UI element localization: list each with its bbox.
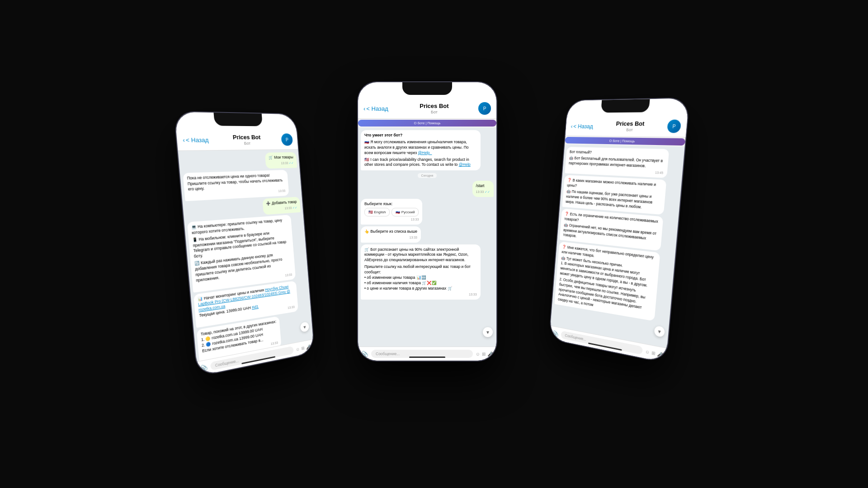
help-tag-center[interactable]: О боте | Помощь (358, 120, 496, 127)
attachment-icon-right[interactable]: 📎 (553, 330, 559, 337)
center-chat: Что умеет этот бот? 🇷🇺 Я могу отслеживат… (358, 127, 496, 352)
list-item: ❓ Мне кажется, что бот неправильно опред… (554, 242, 660, 321)
notch-center (402, 82, 452, 95)
list-item: ❓ В каких магазинах можно отслеживать на… (562, 175, 666, 215)
back-label-center: < Назад (366, 105, 388, 112)
russian-button[interactable]: 🇷🇺 Русский (392, 208, 419, 216)
mic-icon-left[interactable]: 🎤 (306, 344, 311, 350)
list-item: /start 13:33 (472, 181, 494, 197)
list-item: Что умеет этот бот? 🇷🇺 Я могу отслеживат… (361, 130, 481, 170)
scroll-down-btn-center[interactable]: ▼ (483, 327, 493, 337)
center-title: Prices Bot (392, 103, 476, 110)
center-input-bar: 📎 Сообщение... ☺ ⊞ 🎤 (358, 347, 496, 361)
list-item: ➕ Добавить товар 13:33 (263, 197, 301, 215)
phone-right: ‹ < Назад Prices Bot Бот P О боте | Помо… (548, 97, 690, 363)
phones-scene: ‹ < Назад Prices Bot Бот P 🛒 Мои товары … (163, 41, 705, 447)
left-chat: 🛒 Мои товары 13:33 Пока не отслеживается… (178, 150, 314, 367)
phone-left: ‹ < Назад Prices Bot Бот P 🛒 Мои товары … (174, 111, 315, 377)
grid-icon-center[interactable]: ⊞ (482, 352, 486, 357)
back-label-left: < Назад (185, 136, 209, 144)
left-header-info: Prices Bot Бот (212, 134, 280, 146)
list-item: Выберите язык: 🇺🇸 English 🇷🇺 Русский 13:… (361, 199, 422, 225)
notch-left (213, 113, 263, 126)
mic-icon-center[interactable]: 🎤 (487, 352, 493, 357)
list-item: 💻 На компьютере: пришлите ссылку на това… (187, 215, 296, 292)
back-button-center[interactable]: ‹ < Назад (363, 105, 388, 112)
right-header-info: Prices Bot Бот (596, 120, 666, 132)
left-subtitle: Бот (212, 141, 280, 146)
back-button-left[interactable]: ‹ < Назад (183, 136, 209, 144)
list-item: 🛒 Мои товары 13:33 (265, 152, 297, 169)
back-button-right[interactable]: ‹ < Назад (571, 123, 593, 130)
right-avatar: P (667, 120, 681, 133)
notch-right (601, 99, 650, 113)
back-label-right: < Назад (573, 123, 594, 130)
left-title: Prices Bot (212, 134, 280, 141)
sticker-icon-left[interactable]: ☺ (296, 346, 300, 352)
attachment-icon-left[interactable]: 📎 (201, 364, 208, 371)
language-buttons: 🇺🇸 English 🇷🇺 Русский (364, 208, 419, 216)
right-subtitle: Бот (596, 127, 665, 132)
list-item: 👆 Выберите из списка выше 13:33 (361, 226, 421, 243)
date-separator-center: Сегодня (418, 173, 437, 178)
grid-icon-right[interactable]: ⊞ (651, 350, 656, 356)
center-avatar: P (478, 102, 491, 115)
grid-icon-left[interactable]: ⊞ (301, 345, 305, 351)
list-item: 🛒 Бот распознает цены на 90% сайтах элек… (361, 244, 481, 300)
center-subtitle: Бот (392, 110, 476, 114)
sticker-icon-center[interactable]: ☺ (476, 352, 480, 357)
list-item: Пока не отслеживается цена ни одного тов… (183, 170, 289, 202)
list-item: Бот платный? 🤖 Бот бесплатный для пользо… (565, 147, 669, 178)
sticker-icon-right[interactable]: ☺ (645, 349, 650, 355)
phone-center: ‹ < Назад Prices Bot Бот P О боте | Помо… (357, 81, 497, 361)
center-header-info: Prices Bot Бот (392, 103, 476, 114)
right-chat: Бот платный? 🤖 Бот бесплатный для пользо… (550, 144, 685, 353)
mic-icon-right[interactable]: 🎤 (657, 351, 663, 357)
left-avatar: P (281, 133, 293, 145)
home-indicator-center (409, 357, 445, 358)
attachment-icon-center[interactable]: 📎 (362, 351, 368, 357)
english-button[interactable]: 🇺🇸 English (364, 208, 390, 216)
right-title: Prices Bot (596, 120, 666, 127)
